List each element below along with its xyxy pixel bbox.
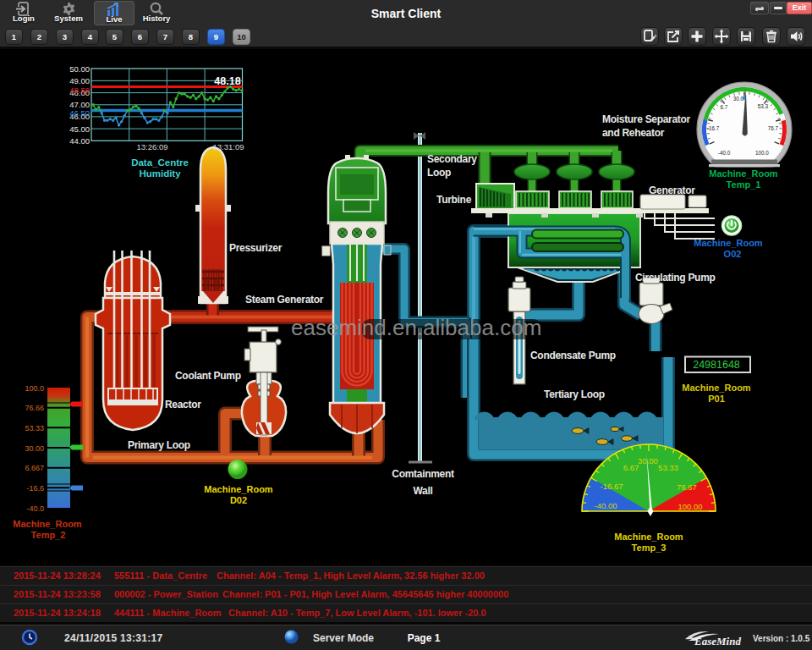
svg-text:Coolant Pump: Coolant Pump (175, 370, 241, 382)
svg-text:O02: O02 (724, 249, 742, 259)
svg-text:-16.6: -16.6 (26, 484, 44, 493)
svg-text:13:31:09: 13:31:09 (213, 142, 244, 151)
svg-text:6.7: 6.7 (721, 104, 728, 110)
svg-text:76.66: 76.66 (25, 404, 44, 412)
svg-text:Primary Loop: Primary Loop (128, 439, 190, 451)
svg-text:Machine_Room: Machine_Room (682, 383, 751, 393)
svg-text:49.00: 49.00 (69, 76, 90, 85)
svg-text:D02: D02 (230, 495, 247, 505)
svg-text:100.00: 100.00 (678, 502, 702, 511)
svg-text:53.3: 53.3 (758, 103, 769, 109)
svg-text:Wall: Wall (413, 485, 432, 497)
svg-text:46.50: 46.50 (69, 108, 90, 118)
svg-text:45.00: 45.00 (69, 124, 90, 134)
svg-text:-40.0: -40.0 (26, 504, 44, 513)
svg-text:Loop: Loop (427, 167, 451, 179)
svg-text:30.00: 30.00 (638, 456, 658, 465)
svg-text:100.0: 100.0 (25, 384, 44, 393)
svg-text:76.67: 76.67 (677, 482, 697, 492)
svg-text:Comtainment: Comtainment (392, 468, 454, 480)
svg-text:Machine_Room: Machine_Room (13, 519, 82, 529)
svg-text:Humidity: Humidity (139, 168, 181, 179)
svg-text:Secondary: Secondary (427, 153, 477, 165)
svg-text:30.00: 30.00 (25, 444, 44, 453)
svg-text:6.667: 6.667 (25, 464, 44, 472)
svg-text:Generator: Generator (649, 185, 695, 196)
svg-text:Circulating Pump: Circulating Pump (635, 272, 716, 284)
svg-text:Turbine: Turbine (436, 194, 472, 206)
svg-text:50.00: 50.00 (69, 64, 90, 74)
svg-text:48.50: 48.50 (69, 85, 90, 95)
svg-text:Temp_1: Temp_1 (727, 179, 761, 190)
svg-text:Steam Generator: Steam Generator (245, 294, 324, 306)
svg-text:Data_Centre: Data_Centre (131, 157, 189, 168)
svg-text:48.18: 48.18 (214, 75, 240, 87)
svg-text:-40.0: -40.0 (718, 150, 731, 156)
svg-text:Pressurizer: Pressurizer (229, 242, 283, 254)
svg-text:Temp_2: Temp_2 (31, 530, 66, 540)
svg-text:53.33: 53.33 (25, 424, 44, 432)
svg-text:53.33: 53.33 (658, 463, 678, 472)
svg-text:-16.67: -16.67 (601, 482, 623, 491)
svg-text:Machine_Room: Machine_Room (709, 168, 778, 179)
svg-text:Machine_Room: Machine_Room (614, 532, 683, 542)
svg-text:100.0: 100.0 (755, 150, 769, 156)
svg-text:44.00: 44.00 (69, 136, 90, 146)
svg-text:6.67: 6.67 (623, 463, 639, 472)
svg-text:13:26:09: 13:26:09 (137, 142, 168, 151)
svg-text:Machine_Room: Machine_Room (694, 238, 763, 248)
svg-text:P01: P01 (708, 394, 725, 404)
svg-text:Machine_Room: Machine_Room (204, 484, 273, 494)
svg-text:-40.00: -40.00 (595, 501, 617, 510)
svg-text:easemind.en.alibaba.com: easemind.en.alibaba.com (291, 315, 541, 340)
svg-text:Moisture Separator: Moisture Separator (602, 113, 691, 125)
svg-text:24981648: 24981648 (693, 359, 740, 371)
svg-text:Temp_3: Temp_3 (632, 543, 667, 553)
svg-text:76.7: 76.7 (768, 125, 779, 131)
svg-text:EaseMind: EaseMind (694, 635, 741, 647)
svg-text:Reactor: Reactor (165, 399, 201, 410)
svg-text:Tertiary Loop: Tertiary Loop (544, 388, 605, 400)
svg-text:and Reheator: and Reheator (602, 127, 665, 139)
svg-text:Condensate Pump: Condensate Pump (530, 350, 616, 361)
svg-text:-16.7: -16.7 (707, 125, 720, 131)
